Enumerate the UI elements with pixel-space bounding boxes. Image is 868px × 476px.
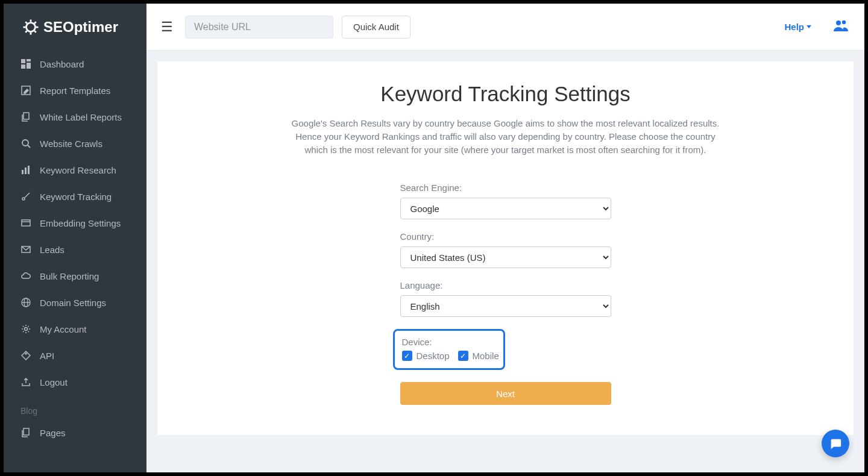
sidebar-item-label: API <box>40 351 54 361</box>
language-label: Language: <box>400 280 611 290</box>
pages-icon <box>20 427 31 438</box>
bars-icon <box>20 164 31 175</box>
search-icon <box>20 138 31 149</box>
sidebar-item-keyword-tracking[interactable]: Keyword Tracking <box>4 183 146 210</box>
cloud-icon <box>20 271 31 281</box>
topbar: ☰ Quick Audit Help <box>146 4 864 51</box>
content: Keyword Tracking Settings Google's Searc… <box>146 51 864 472</box>
svg-rect-9 <box>25 168 27 174</box>
search-engine-select[interactable]: Google <box>400 198 611 219</box>
svg-rect-2 <box>27 59 31 61</box>
sidebar-item-label: Pages <box>40 428 66 438</box>
sidebar-item-label: Embedding Settings <box>40 218 121 228</box>
desktop-checkbox[interactable]: ✓ Desktop <box>402 351 450 361</box>
main: ☰ Quick Audit Help Keyword Tracking Sett… <box>146 4 864 472</box>
page-description: Google's Search Results vary by country … <box>286 117 726 156</box>
svg-rect-18 <box>24 428 29 435</box>
sidebar-item-logout[interactable]: Logout <box>4 369 146 395</box>
settings-form: Search Engine: Google Country: United St… <box>400 183 611 405</box>
users-icon[interactable] <box>833 19 849 35</box>
sidebar-item-label: Website Crawls <box>40 139 102 149</box>
svg-rect-6 <box>24 113 29 119</box>
language-select[interactable]: English <box>400 295 611 317</box>
tag-icon <box>20 350 31 361</box>
sidebar-item-my-account[interactable]: My Account <box>4 316 146 342</box>
svg-rect-1 <box>21 59 25 63</box>
gear-icon <box>20 324 31 334</box>
brand-text: SEOptimer <box>43 19 118 36</box>
chat-icon <box>829 437 842 450</box>
svg-point-20 <box>842 20 846 23</box>
sidebar-item-label: Report Templates <box>40 86 110 96</box>
quick-audit-button[interactable]: Quick Audit <box>342 16 410 39</box>
sidebar-item-domain-settings[interactable]: Domain Settings <box>4 289 146 316</box>
sidebar-item-embedding-settings[interactable]: Embedding Settings <box>4 210 146 236</box>
sidebar-item-label: White Label Reports <box>40 112 122 122</box>
logo[interactable]: SEOptimer <box>4 4 146 51</box>
caret-down-icon <box>807 25 811 28</box>
svg-point-16 <box>25 328 28 331</box>
website-url-input[interactable] <box>185 16 333 39</box>
upload-icon <box>20 377 31 387</box>
copy-icon <box>20 111 31 122</box>
sidebar-item-white-label[interactable]: White Label Reports <box>4 104 146 130</box>
svg-point-7 <box>22 140 28 146</box>
checkbox-checked-icon: ✓ <box>458 351 468 361</box>
dashboard-icon <box>20 58 31 69</box>
mobile-label: Mobile <box>473 351 499 361</box>
sidebar-item-label: Dashboard <box>40 59 84 69</box>
sidebar-item-label: Leads <box>40 245 64 255</box>
pin-icon <box>20 191 31 202</box>
sidebar-item-dashboard[interactable]: Dashboard <box>4 51 146 77</box>
sidebar-item-report-templates[interactable]: Report Templates <box>4 77 146 104</box>
sidebar-item-label: Keyword Tracking <box>40 192 112 202</box>
help-dropdown[interactable]: Help <box>784 22 811 32</box>
desktop-label: Desktop <box>417 351 450 361</box>
mail-icon <box>20 244 31 255</box>
sidebar-item-keyword-research[interactable]: Keyword Research <box>4 157 146 183</box>
next-button[interactable]: Next <box>400 382 611 405</box>
page-title: Keyword Tracking Settings <box>181 82 829 106</box>
svg-rect-3 <box>27 63 31 69</box>
svg-rect-8 <box>22 170 24 174</box>
device-highlight-box: Device: ✓ Desktop ✓ Mobile <box>393 329 505 370</box>
sidebar-item-pages[interactable]: Pages <box>4 419 146 446</box>
help-label: Help <box>784 22 804 32</box>
sidebar-item-label: Logout <box>40 377 68 387</box>
checkbox-checked-icon: ✓ <box>402 351 412 361</box>
sidebar-item-label: Bulk Reporting <box>40 271 99 281</box>
sidebar-item-bulk-reporting[interactable]: Bulk Reporting <box>4 263 146 289</box>
widget-icon <box>20 218 31 228</box>
sidebar-item-label: Keyword Research <box>40 165 116 175</box>
logo-icon <box>22 18 40 36</box>
nav: Dashboard Report Templates White Label R… <box>4 51 146 472</box>
sidebar-item-website-crawls[interactable]: Website Crawls <box>4 130 146 157</box>
sidebar-item-api[interactable]: API <box>4 342 146 369</box>
sidebar-section-blog: Blog <box>4 395 146 419</box>
svg-rect-12 <box>22 220 30 226</box>
search-engine-label: Search Engine: <box>400 183 611 193</box>
hamburger-icon[interactable]: ☰ <box>157 16 177 39</box>
globe-icon <box>20 297 31 308</box>
svg-point-19 <box>836 20 841 25</box>
sidebar: SEOptimer Dashboard Report Templates Whi… <box>4 4 146 472</box>
country-label: Country: <box>400 231 611 242</box>
svg-point-17 <box>25 353 27 354</box>
sidebar-item-label: Domain Settings <box>40 298 106 308</box>
svg-rect-10 <box>28 166 30 174</box>
sidebar-item-leads[interactable]: Leads <box>4 236 146 263</box>
settings-card: Keyword Tracking Settings Google's Searc… <box>157 61 854 435</box>
svg-point-0 <box>27 23 36 32</box>
sidebar-item-label: My Account <box>40 324 87 334</box>
svg-rect-4 <box>21 64 25 69</box>
country-select[interactable]: United States (US) <box>400 246 611 268</box>
edit-icon <box>20 85 31 96</box>
mobile-checkbox[interactable]: ✓ Mobile <box>458 351 499 361</box>
device-label: Device: <box>402 337 496 347</box>
chat-widget-button[interactable] <box>822 430 849 457</box>
svg-point-11 <box>22 198 25 200</box>
